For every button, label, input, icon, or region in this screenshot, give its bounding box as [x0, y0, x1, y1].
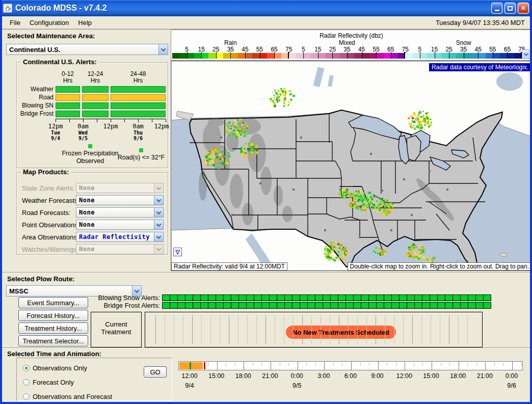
legend-toggle-button[interactable]: ▽ — [173, 248, 182, 256]
legend-section-mixed: Mixed515253545556575 — [289, 39, 406, 60]
map-product-value: None — [79, 197, 95, 204]
alert-segment — [270, 295, 277, 301]
chevron-down-icon[interactable] — [158, 44, 168, 55]
timeline-tick — [271, 362, 271, 370]
legend-color-cell — [260, 53, 267, 59]
legend-scroll-down-button[interactable] — [522, 49, 530, 59]
close-button[interactable]: ✕ — [518, 3, 529, 14]
divider — [2, 347, 530, 348]
alert-segment — [346, 295, 353, 301]
map-product-combobox-point-observations-[interactable]: None — [76, 220, 164, 230]
menu-file[interactable]: File — [5, 18, 25, 28]
legend-color-cell — [216, 53, 223, 59]
treatment-tick — [183, 315, 183, 344]
timeline-hour-label: 12:00 — [396, 372, 412, 380]
radio-option-observations-only[interactable]: Observations Only — [23, 364, 87, 372]
alert-row-label: Blowing SN — [18, 102, 56, 109]
alert-segment — [323, 295, 330, 301]
green-square-icon — [88, 144, 92, 148]
alert-segment — [476, 295, 483, 301]
alert-segment — [201, 303, 208, 308]
alert-status-segment — [56, 102, 80, 109]
axis-tick — [166, 119, 166, 122]
alert-segment — [163, 295, 170, 301]
button-forecast-history[interactable]: Forecast History... — [18, 310, 88, 321]
legend-color-cell — [347, 53, 354, 59]
timeline-tick — [485, 362, 486, 370]
alert-segment — [178, 303, 185, 308]
treatment-tick — [165, 315, 165, 344]
chevron-down-icon[interactable] — [154, 232, 163, 241]
legend-color-cell — [500, 53, 507, 59]
java-app-icon — [3, 4, 12, 13]
axis-tick — [56, 119, 56, 122]
timeline-tick — [494, 363, 495, 366]
menu-help[interactable]: Help — [73, 18, 96, 28]
timeline-tick — [441, 363, 441, 366]
alert-segment — [484, 303, 491, 308]
treatment-tick — [275, 315, 275, 344]
alert-segment — [361, 303, 368, 308]
axis-time-label: 12pm — [103, 123, 118, 130]
minimize-button[interactable] — [491, 3, 502, 14]
menu-bar: FileConfigurationHelp Tuesday 9/4/07 13:… — [2, 16, 530, 29]
map-status-left: Radar Reflectivity: valid 9/4 at 12:00MD… — [171, 262, 287, 271]
alert-segment — [216, 295, 223, 301]
treatment-tick — [449, 315, 449, 344]
us-radar-map — [171, 61, 531, 271]
legend-color-cell — [318, 53, 325, 59]
map-viewport[interactable]: Radar data courtesy of Meteorlogix. ▽ Ra… — [171, 61, 532, 271]
go-button[interactable]: GO — [144, 366, 167, 378]
legend-color-cell — [442, 53, 449, 59]
legend-color-cell — [369, 53, 376, 59]
legend-color-cell — [456, 53, 463, 59]
map-product-combobox-road-forecasts-[interactable]: None — [76, 207, 164, 218]
alert-segment — [193, 303, 200, 308]
legend-tick-mark — [260, 52, 260, 59]
animation-timeline-bar[interactable] — [178, 361, 523, 370]
radio-label: Observations and Forecast — [33, 393, 112, 400]
maintenance-area-combobox[interactable]: Continental U.S. — [6, 44, 168, 55]
segmented-alert-bar — [162, 294, 491, 301]
legend-color-cell — [325, 53, 332, 59]
chevron-down-icon[interactable] — [154, 220, 163, 229]
treatment-tick — [321, 315, 321, 344]
maximize-button[interactable] — [504, 3, 516, 14]
radio-option-observations-and-forecast[interactable]: Observations and Forecast — [23, 393, 112, 400]
treatment-tick — [247, 315, 248, 344]
alert-segment — [315, 295, 323, 301]
button-treatment-history[interactable]: Treatment History... — [18, 322, 88, 334]
timeline-hour-label: 18:00 — [450, 372, 466, 380]
alert-row-weather: Weather — [18, 86, 168, 93]
map-product-combobox-weather-forecasts-[interactable]: None — [76, 195, 164, 205]
menu-configuration[interactable]: Configuration — [25, 18, 73, 28]
treatment-tick — [192, 315, 193, 344]
legend-color-cell — [187, 53, 194, 59]
chevron-down-icon[interactable] — [154, 196, 163, 205]
legend-color-cell — [413, 53, 420, 59]
alert-row-blowing-sn: Blowing SN — [18, 102, 168, 109]
chevron-down-icon[interactable] — [154, 208, 163, 217]
map-product-label: Area Observations: — [22, 232, 78, 243]
alert-segment — [407, 295, 414, 301]
timeline-tick — [414, 363, 414, 366]
legend-color-cell — [354, 53, 361, 59]
radio-icon — [23, 365, 30, 371]
alert-status-segment — [82, 94, 109, 101]
alert-segment — [453, 295, 460, 301]
timeline-hour-label: 15:00 — [208, 372, 224, 380]
legend-tick-mark — [216, 52, 217, 59]
treatment-tick — [394, 315, 394, 344]
button-treatment-selector[interactable]: Treatment Selector... — [18, 335, 88, 346]
map-product-combobox-area-observations-[interactable]: Radar Reflectivity — [76, 232, 164, 242]
alert-segment — [331, 303, 338, 308]
timeline-tick — [503, 363, 503, 366]
timeline-tick — [459, 362, 459, 370]
treatment-tick — [174, 315, 174, 344]
treatment-tick — [155, 315, 156, 344]
legend-color-cell — [449, 53, 456, 59]
plow-route-value: MSSC — [9, 287, 29, 295]
alert-segment — [468, 303, 475, 308]
radio-option-forecast-only[interactable]: Forecast Only — [23, 379, 74, 386]
button-event-summary[interactable]: Event Summary... — [18, 297, 88, 308]
